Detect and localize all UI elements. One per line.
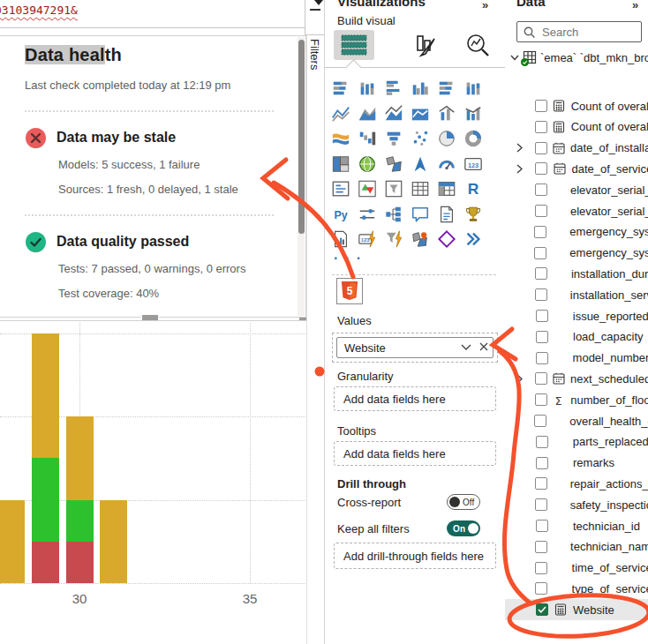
field-row-countofoveral[interactable]: Count of overal.. — [505, 95, 648, 116]
table-tree-root[interactable]: `emea` `dbt_mkn_bron.. — [510, 50, 648, 64]
viz-area-chart[interactable] — [357, 103, 378, 124]
field-checkbox[interactable] — [535, 498, 547, 511]
field-checkbox[interactable] — [535, 100, 547, 112]
viz-100-stacked-bar-chart[interactable] — [436, 78, 457, 99]
field-checkbox[interactable] — [536, 457, 548, 469]
field-checkbox[interactable] — [534, 226, 546, 238]
build-visual-icon[interactable] — [341, 34, 367, 60]
viz-slicer-new[interactable] — [383, 228, 404, 250]
viz-power-automate[interactable] — [463, 228, 484, 250]
field-checkbox[interactable] — [536, 310, 548, 322]
field-row-elevator_serial_[interactable]: elevator_serial_.. — [505, 179, 648, 200]
values-field-well[interactable]: Website — [332, 333, 498, 363]
viz-stacked-column-chart[interactable] — [357, 78, 378, 99]
viz-treemap-2[interactable] — [330, 154, 351, 175]
format-visual-icon[interactable] — [413, 34, 440, 62]
field-row-technician_name[interactable]: technician_name — [505, 536, 648, 558]
bar-segment-yellow[interactable] — [100, 500, 127, 583]
viz-clustered-column-chart[interactable] — [410, 78, 431, 99]
viz-card[interactable]: 123 — [463, 154, 484, 175]
viz-metrics[interactable] — [463, 204, 484, 225]
search-box[interactable] — [516, 21, 642, 42]
field-checkbox[interactable] — [536, 352, 548, 364]
chevron-expanded-icon[interactable] — [510, 55, 519, 61]
viz-100-stacked-column-chart[interactable] — [463, 78, 484, 99]
field-row-date_of_service[interactable]: date_of_service — [505, 158, 648, 179]
field-row-date_of_installa[interactable]: date_of_installa.. — [505, 138, 648, 159]
field-row-installation_serv[interactable]: installation_serv.. — [505, 284, 648, 305]
viz-python-visual[interactable]: Py — [330, 204, 351, 225]
expand-chevron-icon[interactable] — [516, 374, 526, 384]
field-row-technician_id[interactable]: technician_id — [505, 515, 648, 536]
field-checkbox[interactable] — [535, 267, 547, 280]
viz-line-chart[interactable] — [330, 103, 351, 124]
viz-line-and-stacked-column-chart[interactable] — [410, 103, 431, 124]
viz-stacked-bar-chart[interactable] — [330, 78, 351, 99]
bar-segment-green[interactable] — [32, 458, 59, 541]
bar-segment-yellow[interactable] — [66, 416, 94, 499]
field-checkbox[interactable] — [535, 205, 547, 217]
viz-filled-map[interactable] — [383, 154, 404, 175]
field-checkbox[interactable] — [535, 582, 547, 595]
field-row-elevator_serial_[interactable]: elevator_serial_.. — [505, 200, 648, 221]
keep-all-filters-toggle[interactable]: On — [447, 520, 480, 536]
field-checkbox[interactable] — [535, 183, 547, 196]
viz-pie-chart[interactable] — [410, 128, 431, 149]
viz-map[interactable] — [357, 154, 378, 175]
viz-slicer[interactable] — [383, 178, 404, 199]
field-checkbox[interactable] — [535, 142, 547, 154]
viz-key-influencers[interactable] — [357, 204, 378, 225]
viz-multi-row-card[interactable] — [330, 178, 351, 199]
field-checkbox[interactable] — [534, 415, 546, 427]
search-input[interactable] — [540, 25, 632, 40]
remove-field-icon[interactable] — [475, 341, 493, 354]
website-field-chip[interactable]: Website — [336, 337, 494, 358]
chevron-down-icon[interactable] — [457, 341, 475, 354]
field-row-website[interactable]: Website — [505, 599, 648, 620]
card-scrollbar-thumb[interactable] — [298, 40, 305, 234]
field-checkbox[interactable] — [535, 562, 547, 574]
field-row-safety_inspectio[interactable]: safety_inspectio.. — [505, 494, 648, 515]
more-visuals-button[interactable]: . . . — [334, 247, 362, 263]
expand-chevron-icon[interactable] — [516, 164, 526, 174]
viz-stacked-area-chart[interactable] — [383, 103, 404, 124]
expand-chevron-icon[interactable] — [516, 143, 526, 153]
viz-azure-map[interactable] — [410, 154, 431, 175]
field-row-repair_actions_t[interactable]: repair_actions_t.. — [505, 473, 648, 494]
field-checkbox[interactable] — [536, 520, 548, 532]
bar-segment-yellow[interactable] — [0, 500, 25, 583]
field-row-model_number[interactable]: model_number — [505, 348, 648, 369]
field-row-number_of_floo[interactable]: Σnumber_of_floo.. — [505, 389, 648, 410]
field-checkbox[interactable] — [535, 162, 547, 175]
viz-donut-chart[interactable] — [436, 128, 457, 149]
tooltips-field-well[interactable]: Add data fields here — [334, 441, 496, 466]
viz-clustered-bar-chart[interactable] — [383, 78, 404, 99]
drill-through-field-well[interactable]: Add drill-through fields here — [334, 543, 496, 569]
field-checkbox[interactable] — [535, 541, 547, 553]
bar-segment-red[interactable] — [66, 542, 94, 583]
viz-r-script-visual[interactable]: R — [463, 178, 484, 199]
field-checkbox[interactable] — [536, 331, 548, 343]
field-row-remarks[interactable]: remarks — [505, 453, 648, 474]
bar-segment-green[interactable] — [66, 500, 94, 542]
field-row-installation_dur[interactable]: installation_dur.. — [505, 263, 648, 284]
html-custom-visual-icon[interactable]: 5 — [336, 278, 363, 304]
viz-power-apps[interactable] — [436, 228, 457, 250]
viz-table[interactable] — [410, 178, 431, 199]
filters-pane-label[interactable]: Filters — [308, 39, 321, 70]
stacked-column-chart-visual[interactable]: 3035 — [0, 320, 310, 644]
viz-funnel-chart[interactable] — [357, 128, 378, 149]
viz-ribbon-chart[interactable] — [463, 103, 484, 124]
field-row-parts_replaced[interactable]: parts_replaced — [505, 431, 648, 453]
minimize-icon[interactable] — [310, 9, 320, 11]
viz-matrix[interactable] — [436, 178, 457, 199]
viz-waterfall-chart[interactable] — [330, 128, 351, 149]
field-checkbox[interactable] — [535, 121, 547, 133]
data-health-card[interactable]: Data health Last check completed today a… — [0, 35, 306, 318]
cross-report-toggle[interactable]: Off — [447, 494, 480, 510]
field-row-next_scheduled[interactable]: next_scheduled.. — [505, 368, 648, 389]
granularity-field-well[interactable]: Add data fields here — [334, 386, 496, 411]
viz-treemap[interactable] — [463, 128, 484, 149]
field-checkbox[interactable] — [534, 247, 546, 259]
field-checkbox[interactable] — [535, 288, 547, 301]
